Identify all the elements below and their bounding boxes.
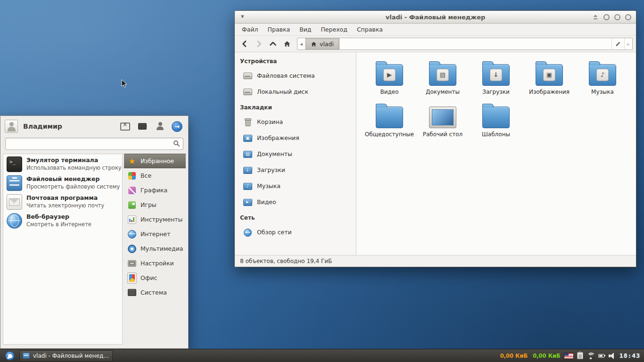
clipboard-icon[interactable]	[577, 352, 583, 359]
desktop-icon	[429, 107, 456, 128]
sidebar-item-images[interactable]: Изображения	[235, 130, 356, 146]
clock[interactable]: 18:43	[619, 352, 640, 359]
sidebar-item-network-browse[interactable]: Обзор сети	[235, 224, 356, 240]
taskbar-panel: vladi - Файловый менед... 0,00 КиБ 0,00 …	[0, 349, 644, 362]
file-item-images[interactable]: Изображения	[527, 61, 572, 96]
category-multimedia[interactable]: Мультимедиа	[124, 241, 186, 256]
pathbar-scroll-left-icon[interactable]	[297, 38, 305, 49]
system-icon	[127, 288, 137, 297]
file-item-documents[interactable]: Документы	[420, 61, 465, 96]
category-accessories[interactable]: Инструменты	[124, 212, 186, 227]
category-graphics[interactable]: Графика	[124, 183, 186, 197]
sidebar-item-label: Загрузки	[257, 166, 285, 173]
folder-video-icon	[243, 197, 252, 206]
app-title: Эмулятор терминала	[26, 156, 119, 164]
app-item-browser[interactable]: Веб-браузер Смотреть в Интернете	[3, 211, 122, 230]
file-item-music[interactable]: Музыка	[580, 61, 625, 96]
sidebar-item-music[interactable]: Музыка	[235, 178, 356, 194]
mouse-cursor	[121, 79, 129, 88]
office-icon	[127, 273, 137, 283]
back-icon[interactable]	[238, 38, 251, 50]
toolbar: vladi	[235, 36, 636, 52]
up-icon[interactable]	[266, 38, 280, 50]
sidebar-item-label: Локальный диск	[257, 88, 308, 95]
sidebar-item-video[interactable]: Видео	[235, 194, 356, 210]
category-games[interactable]: Игры	[124, 197, 186, 212]
folder-music-icon	[589, 64, 616, 86]
sidebar-item-trash[interactable]: Корзина	[235, 114, 356, 130]
app-subtitle: Использовать командную строку	[26, 165, 119, 172]
file-item-desktop[interactable]: Рабочий стол	[420, 103, 465, 138]
edit-path-button[interactable]	[611, 38, 624, 49]
task-button-file-manager[interactable]: vladi - Файловый менед...	[19, 350, 113, 362]
app-list: Эмулятор терминала Использовать командну…	[3, 154, 123, 345]
category-office[interactable]: Офис	[124, 271, 186, 285]
app-item-file-manager[interactable]: Файловый менеджер Просмотреть файловую с…	[3, 173, 122, 192]
category-all[interactable]: Все	[124, 168, 186, 183]
file-view[interactable]: Видео Документы Загрузки Изображения Муз…	[356, 52, 636, 255]
multimedia-icon	[127, 244, 137, 254]
category-label: Интернет	[140, 230, 171, 238]
display-settings-button[interactable]	[119, 121, 131, 132]
folder-icon	[482, 107, 510, 128]
file-item-public[interactable]: Общедоступные	[367, 103, 412, 138]
graphics-icon	[127, 186, 137, 195]
app-item-terminal[interactable]: Эмулятор терминала Использовать командну…	[3, 155, 122, 173]
file-item-video[interactable]: Видео	[367, 61, 412, 96]
file-item-downloads[interactable]: Загрузки	[473, 61, 519, 96]
window-titlebar[interactable]: vladi - Файловый менеджер	[235, 11, 636, 24]
user-settings-button[interactable]	[154, 121, 165, 132]
sidebar-item-local-disk[interactable]: Локальный диск	[235, 83, 356, 99]
logout-button[interactable]	[172, 121, 182, 132]
window-menu-icon[interactable]	[239, 13, 248, 21]
menu-go[interactable]: Переход	[316, 25, 351, 34]
file-item-templates[interactable]: Шаблоны	[473, 103, 519, 138]
pathbar-scroll-right-icon[interactable]	[624, 38, 632, 49]
sidebar-item-documents[interactable]: Документы	[235, 146, 356, 162]
menu-help[interactable]: Справка	[353, 25, 387, 34]
home-icon[interactable]	[281, 38, 294, 50]
star-icon	[127, 156, 137, 166]
whisker-body: Эмулятор терминала Использовать командну…	[3, 154, 186, 345]
volume-icon[interactable]	[608, 353, 616, 359]
search-input[interactable]	[5, 138, 183, 150]
close-button[interactable]	[625, 14, 631, 20]
folder-icon	[376, 107, 403, 128]
sidebar-item-filesystem[interactable]: Файловая система	[235, 67, 356, 83]
app-item-mail[interactable]: Почтовая программа Читать электронную по…	[3, 192, 122, 211]
menu-file[interactable]: Файл	[238, 25, 263, 34]
file-manager-icon	[23, 353, 30, 359]
sidebar-item-downloads[interactable]: Загрузки	[235, 162, 356, 178]
maximize-button[interactable]	[614, 14, 620, 20]
breadcrumb-home[interactable]: vladi	[305, 38, 339, 49]
category-system[interactable]: Система	[124, 285, 186, 300]
category-favorites[interactable]: Избранное	[124, 154, 186, 168]
file-label: Музыка	[591, 89, 614, 96]
folder-video-icon	[376, 64, 403, 86]
category-label: Избранное	[140, 157, 174, 165]
wireless-icon[interactable]	[587, 353, 594, 359]
breadcrumb-label: vladi	[320, 41, 334, 48]
app-title: Файловый менеджер	[26, 175, 119, 183]
menu-edit[interactable]: Правка	[264, 25, 295, 34]
forward-icon[interactable]	[252, 38, 265, 50]
minimize-button[interactable]	[603, 14, 610, 20]
sidebar-section-network: Сеть	[235, 210, 356, 224]
keyboard-layout-flag-icon[interactable]	[564, 353, 573, 359]
category-internet[interactable]: Интернет	[124, 227, 186, 241]
app-title: Почтовая программа	[26, 194, 104, 202]
file-label: Рабочий стол	[423, 132, 462, 138]
menubar: Файл Правка Вид Переход Справка	[235, 24, 636, 36]
lock-screen-button[interactable]	[137, 121, 148, 132]
app-title: Веб-браузер	[26, 213, 91, 221]
battery-icon[interactable]	[598, 354, 604, 358]
folder-music-icon	[243, 181, 252, 190]
file-manager-window: vladi - Файловый менеджер Файл Правка Ви…	[234, 10, 636, 267]
pathbar-spacer	[339, 38, 611, 49]
category-settings[interactable]: Настройки	[124, 256, 186, 271]
whisker-menu-button[interactable]	[2, 350, 17, 362]
home-icon	[311, 41, 317, 47]
menu-view[interactable]: Вид	[295, 25, 315, 34]
trash-icon	[243, 117, 252, 126]
shade-button[interactable]	[593, 14, 599, 20]
